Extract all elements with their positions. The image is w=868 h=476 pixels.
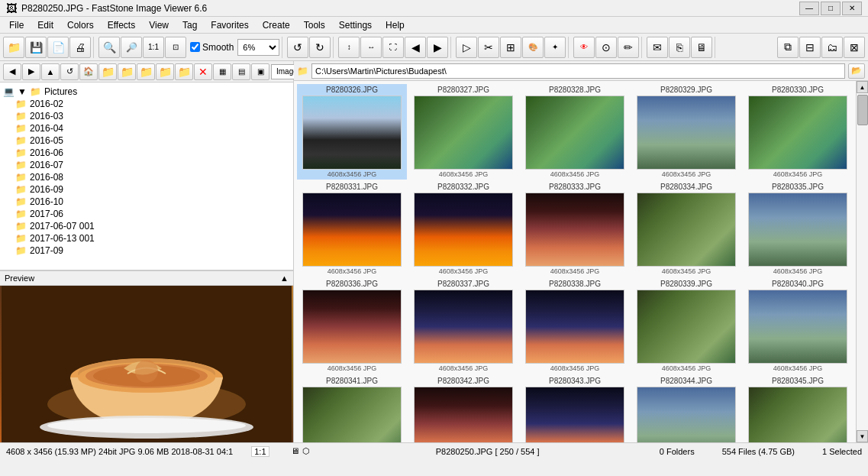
tree-item[interactable]: 📁2017-06-13 001 <box>15 232 290 244</box>
slideshow-button[interactable]: ▷ <box>456 37 477 58</box>
address-input[interactable] <box>311 63 845 79</box>
menu-item-colors[interactable]: Colors <box>61 18 100 32</box>
nav-folder1-button[interactable]: 📁 <box>98 63 117 80</box>
nav-up-button[interactable]: ▲ <box>41 63 60 80</box>
print-button[interactable]: 🖨 <box>69 37 91 58</box>
rotate-cw-button[interactable]: ↻ <box>309 37 331 58</box>
thumbnail-cell[interactable]: P8280334.JPG 4608x3456 JPG <box>631 181 741 277</box>
next-image-button[interactable]: ▶ <box>427 37 448 58</box>
nav-grid2-button[interactable]: ▤ <box>232 63 250 80</box>
scroll-down-button[interactable]: ▼ <box>857 430 868 442</box>
nav-grid3-button[interactable]: ▣ <box>251 63 269 80</box>
fit-window-button[interactable]: ⊡ <box>165 37 186 58</box>
fit-width-button[interactable]: ↔ <box>360 37 382 58</box>
zoom-select[interactable]: 6%10%25%50%100% <box>237 39 279 56</box>
scroll-up-button[interactable]: ▲ <box>857 81 868 93</box>
preview-expand-icon[interactable]: ▲ <box>280 274 289 283</box>
color-button[interactable]: 🎨 <box>522 37 544 58</box>
menu-item-edit[interactable]: Edit <box>31 18 60 32</box>
tree-item[interactable]: 📁2017-09 <box>15 244 290 257</box>
tree-root-item[interactable]: 💻 ▼ 📁 Pictures <box>3 86 290 98</box>
status-icon2[interactable]: ⬡ <box>302 446 310 456</box>
scroll-thumb[interactable] <box>857 95 868 125</box>
tree-item[interactable]: 📁2016-03 <box>15 110 290 122</box>
nav-refresh-button[interactable]: ↺ <box>60 63 79 80</box>
save-as-button[interactable]: 📄 <box>47 37 69 58</box>
vertical-scrollbar[interactable]: ▲ ▼ <box>856 81 868 442</box>
wallpaper-button[interactable]: 🖥 <box>691 37 712 58</box>
fullthumb-button[interactable]: ⊠ <box>844 37 865 58</box>
crop-button[interactable]: ✂ <box>478 37 499 58</box>
compare-button[interactable]: ⧉ <box>777 37 799 58</box>
maximize-button[interactable]: □ <box>821 2 841 15</box>
menu-item-effects[interactable]: Effects <box>102 18 141 32</box>
menu-item-help[interactable]: Help <box>379 18 411 32</box>
nav-delete-button[interactable]: ✕ <box>194 63 212 80</box>
minimize-button[interactable]: — <box>799 2 819 15</box>
tree-item[interactable]: 📁2016-07 <box>15 159 290 171</box>
sharpen-button[interactable]: ✦ <box>544 37 566 58</box>
thumbnail-cell[interactable]: P8280344.JPG 4608x3456 JPG <box>631 375 741 442</box>
thumbnail-cell[interactable]: P8280336.JPG 4608x3456 JPG <box>297 278 407 374</box>
thumbnail-cell[interactable]: P8280332.JPG 4608x3456 JPG <box>408 181 518 277</box>
thumbnail-cell[interactable]: P8280327.JPG 4608x3456 JPG <box>408 84 518 180</box>
thumbnail-cell[interactable]: P8280341.JPG 4608x3456 JPG <box>297 375 407 442</box>
status-ratio[interactable]: 1:1 <box>251 446 269 457</box>
thumbnail-cell[interactable]: P8280330.JPG 4608x3456 JPG <box>743 84 853 180</box>
tree-item[interactable]: 📁2016-06 <box>15 147 290 159</box>
thumbnail-cell[interactable]: P8280329.JPG 4608x3456 JPG <box>631 84 741 180</box>
resize-button[interactable]: ⊞ <box>500 37 521 58</box>
copy-button[interactable]: ⎘ <box>669 37 690 58</box>
explorer-button[interactable]: 🗂 <box>821 37 843 58</box>
smooth-checkbox[interactable] <box>190 42 200 52</box>
email-button[interactable]: ✉ <box>647 37 668 58</box>
address-browse-button[interactable]: 📂 <box>848 63 865 79</box>
menu-item-tag[interactable]: Tag <box>176 18 203 32</box>
draw-button[interactable]: ✏ <box>618 37 639 58</box>
zoom-in-button[interactable]: 🔍 <box>98 37 120 58</box>
tree-item[interactable]: 📁2016-02 <box>15 98 290 110</box>
save-button[interactable]: 💾 <box>25 37 47 58</box>
menu-item-settings[interactable]: Settings <box>333 18 378 32</box>
thumbnail-cell[interactable]: P8280335.JPG 4608x3456 JPG <box>743 181 853 277</box>
tree-item[interactable]: 📁2016-08 <box>15 171 290 183</box>
folder-tree[interactable]: 💻 ▼ 📁 Pictures 📁2016-02📁2016-03📁2016-04📁… <box>0 83 293 270</box>
thumbnail-grid-container[interactable]: P8280326.JPG 4608x3456 JPG P8280327.JPG … <box>294 81 856 442</box>
fit-height-button[interactable]: ↕ <box>338 37 360 58</box>
nav-back-button[interactable]: ◀ <box>3 63 21 80</box>
menu-item-tools[interactable]: Tools <box>298 18 331 32</box>
smooth-checkbox-container[interactable]: Smooth <box>190 42 234 53</box>
thumbnail-cell[interactable]: P8280328.JPG 4608x3456 JPG <box>520 84 630 180</box>
nav-folder5-button[interactable]: 📁 <box>175 63 193 80</box>
thumbnail-cell[interactable]: P8280340.JPG 4608x3456 JPG <box>743 278 853 374</box>
nav-forward-button[interactable]: ▶ <box>22 63 40 80</box>
clone-button[interactable]: ⊙ <box>595 37 617 58</box>
zoom-out-button[interactable]: 🔎 <box>121 37 142 58</box>
rotate-ccw-button[interactable]: ↺ <box>287 37 308 58</box>
thumbs-button[interactable]: ⊟ <box>799 37 821 58</box>
status-icon1[interactable]: 🖥 <box>291 446 299 456</box>
thumbnail-cell[interactable]: P8280342.JPG 4608x3456 JPG <box>408 375 518 442</box>
thumbnail-cell[interactable]: P8280343.JPG 4608x3456 JPG <box>520 375 630 442</box>
open-folder-button[interactable]: 📁 <box>3 37 24 58</box>
menu-item-create[interactable]: Create <box>257 18 296 32</box>
nav-folder4-button[interactable]: 📁 <box>156 63 174 80</box>
menu-item-favorites[interactable]: Favorites <box>205 18 254 32</box>
nav-home-button[interactable]: 🏠 <box>79 63 98 80</box>
close-button[interactable]: ✕ <box>842 2 862 15</box>
thumbnail-cell[interactable]: P8280333.JPG 4608x3456 JPG <box>520 181 630 277</box>
tree-item[interactable]: 📁2016-09 <box>15 183 290 196</box>
tree-item[interactable]: 📁2016-05 <box>15 134 290 147</box>
thumbnail-cell[interactable]: P8280331.JPG 4608x3456 JPG <box>297 181 407 277</box>
fullscreen-button[interactable]: ⛶ <box>382 37 404 58</box>
thumbnail-cell[interactable]: P8280338.JPG 4608x3456 JPG <box>520 278 630 374</box>
tree-item[interactable]: 📁2016-04 <box>15 122 290 134</box>
thumbnail-cell[interactable]: P8280339.JPG 4608x3456 JPG <box>631 278 741 374</box>
thumbnail-cell[interactable]: P8280337.JPG 4608x3456 JPG <box>408 278 518 374</box>
menu-item-view[interactable]: View <box>143 18 175 32</box>
thumbnail-cell[interactable]: P8280345.JPG 4608x3456 JPG <box>743 375 853 442</box>
nav-folder2-button[interactable]: 📁 <box>118 63 136 80</box>
scroll-track[interactable] <box>857 93 868 430</box>
red-eye-button[interactable]: 👁 <box>573 37 595 58</box>
thumbnail-cell[interactable]: P8280326.JPG 4608x3456 JPG <box>297 84 407 180</box>
